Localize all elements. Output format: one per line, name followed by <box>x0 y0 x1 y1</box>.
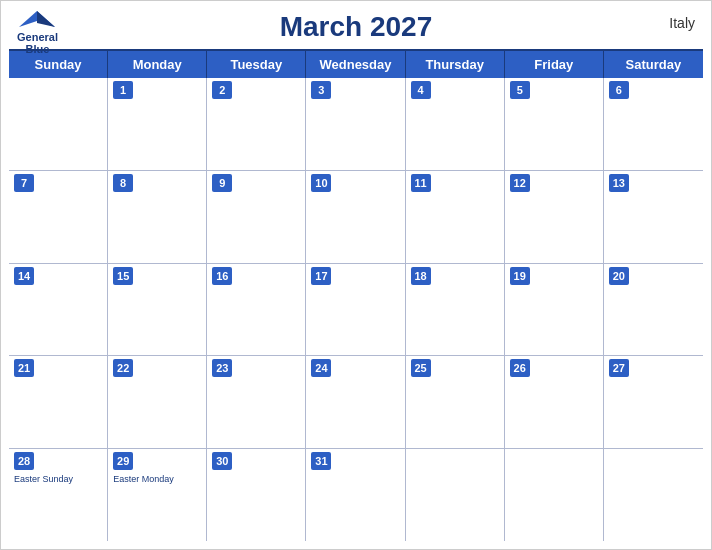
day-number: 6 <box>609 81 629 99</box>
day-number: 2 <box>212 81 232 99</box>
day-number: 1 <box>113 81 133 99</box>
holiday-label: Easter Sunday <box>14 474 102 485</box>
week-row-4: 28Easter Sunday29Easter Monday3031 <box>9 449 703 541</box>
day-cell: 11 <box>406 171 505 263</box>
calendar-page: General Blue March 2027 Italy SundayMond… <box>0 0 712 550</box>
day-number: 22 <box>113 359 133 377</box>
day-number: 31 <box>311 452 331 470</box>
calendar-grid: SundayMondayTuesdayWednesdayThursdayFrid… <box>9 49 703 541</box>
day-number: 9 <box>212 174 232 192</box>
week-row-3: 21222324252627 <box>9 356 703 449</box>
day-number: 5 <box>510 81 530 99</box>
day-cell <box>604 449 703 541</box>
day-headers-row: SundayMondayTuesdayWednesdayThursdayFrid… <box>9 51 703 78</box>
day-cell: 26 <box>505 356 604 448</box>
day-number: 12 <box>510 174 530 192</box>
day-cell: 30 <box>207 449 306 541</box>
day-number: 21 <box>14 359 34 377</box>
day-header-monday: Monday <box>108 51 207 78</box>
day-cell: 19 <box>505 264 604 356</box>
day-number: 16 <box>212 267 232 285</box>
day-number: 30 <box>212 452 232 470</box>
day-number: 15 <box>113 267 133 285</box>
day-number: 29 <box>113 452 133 470</box>
header: General Blue March 2027 Italy <box>1 1 711 49</box>
day-cell: 2 <box>207 78 306 170</box>
country-label: Italy <box>669 15 695 31</box>
day-cell: 4 <box>406 78 505 170</box>
day-cell: 6 <box>604 78 703 170</box>
logo: General Blue <box>17 9 58 55</box>
day-cell <box>505 449 604 541</box>
day-cell: 24 <box>306 356 405 448</box>
weeks-container: 1234567891011121314151617181920212223242… <box>9 78 703 541</box>
day-header-saturday: Saturday <box>604 51 703 78</box>
day-cell <box>9 78 108 170</box>
day-cell: 13 <box>604 171 703 263</box>
day-number: 26 <box>510 359 530 377</box>
day-number: 27 <box>609 359 629 377</box>
day-number: 19 <box>510 267 530 285</box>
day-cell: 10 <box>306 171 405 263</box>
month-title: March 2027 <box>280 11 433 43</box>
day-cell: 15 <box>108 264 207 356</box>
week-row-1: 78910111213 <box>9 171 703 264</box>
day-cell: 22 <box>108 356 207 448</box>
day-cell: 28Easter Sunday <box>9 449 108 541</box>
day-cell: 3 <box>306 78 405 170</box>
week-row-2: 14151617181920 <box>9 264 703 357</box>
day-cell: 17 <box>306 264 405 356</box>
day-header-tuesday: Tuesday <box>207 51 306 78</box>
day-cell: 25 <box>406 356 505 448</box>
day-cell: 12 <box>505 171 604 263</box>
day-cell: 21 <box>9 356 108 448</box>
week-row-0: 123456 <box>9 78 703 171</box>
day-number: 4 <box>411 81 431 99</box>
day-cell: 9 <box>207 171 306 263</box>
day-cell: 29Easter Monday <box>108 449 207 541</box>
day-number: 3 <box>311 81 331 99</box>
day-cell: 31 <box>306 449 405 541</box>
day-cell: 5 <box>505 78 604 170</box>
day-cell <box>406 449 505 541</box>
day-number: 18 <box>411 267 431 285</box>
day-number: 25 <box>411 359 431 377</box>
day-number: 10 <box>311 174 331 192</box>
svg-marker-1 <box>37 11 55 27</box>
day-cell: 14 <box>9 264 108 356</box>
day-number: 11 <box>411 174 431 192</box>
day-number: 23 <box>212 359 232 377</box>
day-cell: 1 <box>108 78 207 170</box>
day-number: 17 <box>311 267 331 285</box>
day-cell: 16 <box>207 264 306 356</box>
logo-general: General <box>17 31 58 43</box>
day-cell: 7 <box>9 171 108 263</box>
day-number: 20 <box>609 267 629 285</box>
day-cell: 27 <box>604 356 703 448</box>
day-header-wednesday: Wednesday <box>306 51 405 78</box>
day-number: 24 <box>311 359 331 377</box>
day-header-friday: Friday <box>505 51 604 78</box>
day-header-thursday: Thursday <box>406 51 505 78</box>
day-number: 8 <box>113 174 133 192</box>
day-cell: 18 <box>406 264 505 356</box>
day-number: 13 <box>609 174 629 192</box>
day-number: 28 <box>14 452 34 470</box>
logo-blue: Blue <box>26 43 50 55</box>
day-cell: 8 <box>108 171 207 263</box>
day-number: 7 <box>14 174 34 192</box>
day-cell: 20 <box>604 264 703 356</box>
holiday-label: Easter Monday <box>113 474 201 485</box>
day-number: 14 <box>14 267 34 285</box>
day-cell: 23 <box>207 356 306 448</box>
